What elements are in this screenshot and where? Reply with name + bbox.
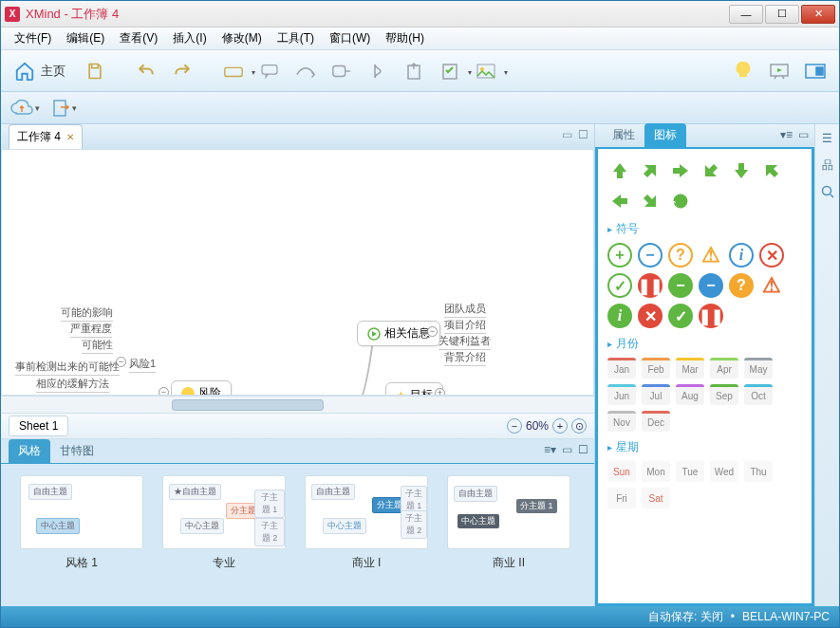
- collapse-toggle[interactable]: −: [159, 387, 169, 396]
- mindmap-canvas[interactable]: 项目计划 风险 − 风险1 − 风险2 + 可能的影响 严重程度 可能性 事前检…: [1, 149, 594, 396]
- style-card[interactable]: ★自由主题中心主题分主题 1子主题 1子主题 2 专业: [162, 475, 286, 571]
- arrow-upleft-icon[interactable]: [638, 189, 663, 213]
- outline-icon[interactable]: ☰: [819, 130, 836, 147]
- presentation-button[interactable]: [763, 55, 795, 87]
- leaf[interactable]: 团队成员: [444, 302, 486, 316]
- leaf[interactable]: 可能的影响: [61, 305, 113, 320]
- sheet-tab[interactable]: Sheet 1: [9, 416, 68, 436]
- arrow-up-icon[interactable]: [607, 158, 632, 183]
- month-marker[interactable]: Oct: [744, 384, 773, 405]
- minimize-button[interactable]: —: [729, 5, 763, 24]
- panel-min-icon[interactable]: ▭: [798, 128, 809, 141]
- week-marker[interactable]: Sat: [642, 488, 670, 508]
- horizontal-scrollbar[interactable]: [1, 396, 594, 413]
- export-button[interactable]: ▾: [51, 96, 77, 120]
- tab-minimize-icon[interactable]: ▭: [562, 128, 572, 141]
- month-marker[interactable]: Jul: [642, 384, 670, 405]
- tab-style[interactable]: 风格: [9, 439, 50, 463]
- panel-min-icon[interactable]: ▭: [562, 443, 572, 456]
- month-marker[interactable]: Jun: [607, 384, 636, 405]
- week-marker[interactable]: Mon: [642, 461, 670, 482]
- risk-group-1[interactable]: 风险1: [129, 357, 156, 371]
- refresh-icon[interactable]: [668, 189, 693, 213]
- week-marker[interactable]: Sun: [607, 461, 636, 482]
- menu-insert[interactable]: 插入(I): [165, 28, 214, 49]
- leaf[interactable]: 推荐的解决方案: [36, 394, 109, 396]
- boundary-button[interactable]: [326, 55, 358, 87]
- menu-window[interactable]: 窗口(W): [322, 28, 378, 49]
- close-tab-icon[interactable]: ✕: [66, 132, 74, 142]
- week-marker[interactable]: Fri: [607, 488, 636, 508]
- structure-icon[interactable]: 品: [819, 157, 836, 174]
- month-marker[interactable]: Jan: [607, 358, 636, 379]
- tab-gantt[interactable]: 甘特图: [50, 439, 103, 463]
- style-card[interactable]: 自由主题中心主题 风格 1: [20, 475, 143, 571]
- minus-blue-marker[interactable]: −: [699, 273, 723, 298]
- menu-edit[interactable]: 编辑(E): [59, 28, 112, 49]
- search-rail-icon[interactable]: [819, 183, 836, 200]
- expand-toggle[interactable]: +: [435, 388, 445, 396]
- month-marker[interactable]: Nov: [607, 411, 636, 432]
- section-symbols[interactable]: 符号: [607, 221, 802, 237]
- undo-button[interactable]: [130, 55, 162, 87]
- attach-button[interactable]: [398, 55, 430, 87]
- menu-file[interactable]: 文件(F): [7, 28, 59, 49]
- note-button[interactable]: [253, 55, 286, 87]
- tab-properties[interactable]: 属性: [603, 123, 644, 147]
- image-button[interactable]: ▾: [470, 55, 502, 87]
- topic-button[interactable]: ▾: [217, 55, 250, 87]
- arrow-upright-icon[interactable]: [638, 158, 663, 183]
- arrow-downleft-icon[interactable]: [759, 158, 784, 183]
- section-weeks[interactable]: 星期: [607, 439, 802, 455]
- question-fill-marker[interactable]: ?: [729, 273, 754, 298]
- panel-menu-icon[interactable]: ≡▾: [544, 443, 556, 456]
- layout-button[interactable]: [799, 55, 831, 87]
- month-marker[interactable]: Feb: [642, 358, 670, 379]
- zoom-in-button[interactable]: +: [552, 418, 568, 434]
- workbook-tab[interactable]: 工作簿 4 ✕: [9, 124, 83, 149]
- month-marker[interactable]: Apr: [710, 358, 738, 379]
- cross-fill-marker[interactable]: ✕: [638, 304, 663, 328]
- arrow-right-icon[interactable]: [668, 158, 693, 183]
- check-fill-marker[interactable]: ✓: [668, 304, 693, 328]
- redo-button[interactable]: [166, 55, 198, 87]
- menu-modify[interactable]: 修改(M): [215, 28, 270, 49]
- menu-tools[interactable]: 工具(T): [270, 28, 322, 49]
- idea-button[interactable]: [727, 55, 759, 87]
- info-fill-marker[interactable]: i: [607, 304, 632, 328]
- close-button[interactable]: ✕: [801, 5, 835, 24]
- style-card[interactable]: 自由主题中心主题分主题 1子主题 1子主题 2 商业 I: [305, 475, 428, 571]
- month-marker[interactable]: Aug: [676, 384, 704, 405]
- collapse-toggle[interactable]: −: [427, 326, 438, 337]
- task-button[interactable]: ▾: [434, 55, 466, 87]
- save-button[interactable]: [79, 55, 111, 87]
- arrow-downright-icon[interactable]: [699, 158, 723, 183]
- week-marker[interactable]: Wed: [710, 461, 738, 482]
- pause-marker[interactable]: ❚❚: [699, 304, 723, 328]
- cross-marker[interactable]: ✕: [759, 243, 784, 268]
- leaf[interactable]: 事前检测出来的可能性: [15, 360, 120, 374]
- week-marker[interactable]: Thu: [744, 461, 773, 482]
- leaf[interactable]: 关键利益者: [439, 334, 491, 348]
- cloud-upload-button[interactable]: ▾: [10, 96, 40, 120]
- leaf[interactable]: 相应的缓解方法: [36, 377, 109, 391]
- warning-orange-marker[interactable]: ⚠: [759, 273, 784, 298]
- menu-view[interactable]: 查看(V): [112, 28, 165, 49]
- pause-red-marker[interactable]: ❚❚: [638, 273, 663, 298]
- leaf[interactable]: 严重程度: [70, 322, 112, 336]
- week-marker[interactable]: Tue: [676, 461, 704, 482]
- plus-marker[interactable]: +: [607, 243, 632, 268]
- month-marker[interactable]: May: [744, 358, 773, 379]
- branch-risk[interactable]: 风险: [171, 380, 232, 396]
- tab-markers[interactable]: 图标: [644, 123, 686, 147]
- arrow-down-icon[interactable]: [729, 158, 754, 183]
- leaf[interactable]: 可能性: [82, 338, 113, 352]
- check-marker[interactable]: ✓: [607, 273, 632, 298]
- home-button[interactable]: [9, 55, 41, 87]
- info-marker[interactable]: i: [729, 243, 754, 268]
- leaf[interactable]: 背景介绍: [444, 350, 486, 364]
- menu-help[interactable]: 帮助(H): [378, 28, 432, 49]
- warning-marker[interactable]: ⚠: [699, 243, 723, 268]
- relationship-button[interactable]: [289, 55, 322, 87]
- month-marker[interactable]: Dec: [642, 411, 670, 432]
